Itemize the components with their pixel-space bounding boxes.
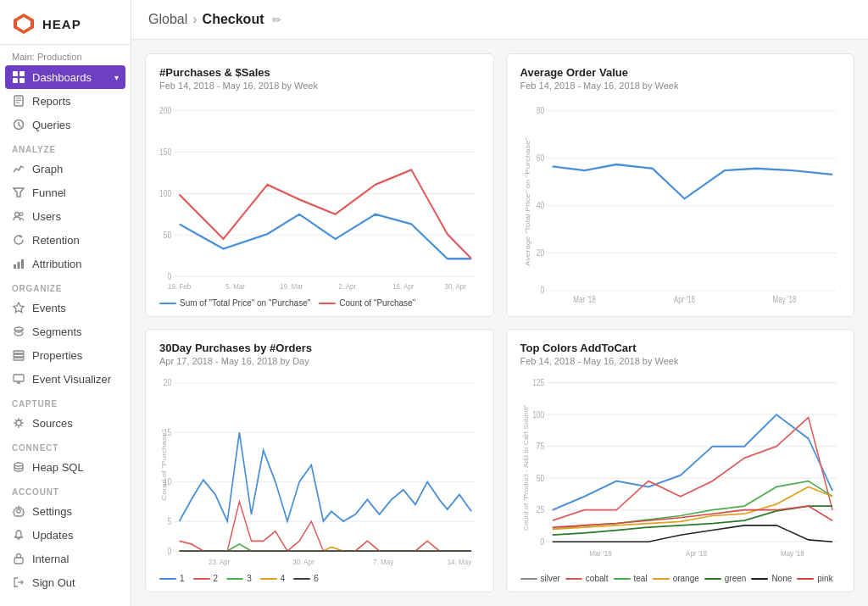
sidebar-item-settings[interactable]: Settings: [0, 499, 131, 523]
funnel-icon: [12, 186, 25, 199]
svg-text:50: 50: [536, 473, 543, 483]
sidebar-item-retention[interactable]: Retention: [0, 228, 131, 252]
sidebar-item-reports-label: Reports: [32, 95, 119, 108]
legend-2: 2: [193, 574, 219, 583]
svg-text:Count of "Purchase": Count of "Purchase": [159, 430, 167, 501]
attribution-icon: [12, 257, 25, 270]
svg-text:20: 20: [164, 378, 171, 388]
svg-line-33: [20, 425, 22, 426]
sidebar-item-funnel[interactable]: Funnel: [0, 181, 131, 204]
sidebar-item-queries[interactable]: Queries: [0, 113, 131, 136]
svg-text:30. Apr: 30. Apr: [444, 282, 465, 292]
sidebar-item-dashboards[interactable]: Dashboards ▾: [5, 65, 125, 89]
retention-icon: [12, 233, 25, 247]
svg-text:5: 5: [167, 516, 171, 526]
sidebar-item-properties[interactable]: Properties: [0, 343, 131, 367]
sidebar-item-users[interactable]: Users: [0, 204, 131, 228]
chart-top-colors-legend: silver cobalt teal orange green: [520, 574, 841, 583]
organize-section-label: Organize: [0, 275, 131, 296]
legend-3: 3: [226, 574, 252, 583]
gear-icon: [12, 504, 25, 518]
sidebar-item-eventvisualizer[interactable]: Event Visualizer: [0, 367, 131, 391]
sources-icon: [12, 416, 25, 430]
chart-avg-order-subtitle: Feb 14, 2018 - May 16, 2018 by Week: [520, 81, 841, 91]
properties-icon: [12, 348, 25, 362]
sidebar-item-updates[interactable]: Updates: [0, 523, 131, 547]
chart-top-colors-subtitle: Feb 14, 2018 - May 16, 2018 by Week: [520, 356, 841, 366]
svg-text:40: 40: [536, 200, 543, 210]
topbar: Global › Checkout ✏: [131, 0, 868, 40]
sidebar-item-internal-label: Internal: [32, 553, 119, 565]
svg-text:Mar '18: Mar '18: [589, 549, 612, 559]
segments-icon: [12, 325, 25, 338]
sidebar-item-events-label: Events: [32, 302, 119, 314]
legend-pink: pink: [797, 574, 832, 583]
sidebar-item-signout[interactable]: Sign Out: [0, 570, 131, 594]
svg-point-36: [14, 463, 23, 466]
legend-total-price: Sum of "Total Price" on "Purchase": [159, 298, 310, 308]
analyze-section-label: Analyze: [0, 136, 131, 157]
legend-silver: silver: [520, 574, 560, 583]
svg-text:50: 50: [164, 230, 171, 240]
svg-text:May '18: May '18: [772, 295, 796, 304]
svg-rect-17: [18, 262, 20, 269]
chart-30day-legend: 1 2 3 4 6: [159, 574, 480, 583]
svg-text:23. Apr: 23. Apr: [209, 558, 230, 567]
svg-text:100: 100: [159, 188, 171, 198]
sidebar-item-graph[interactable]: Graph: [0, 157, 131, 181]
breadcrumb-parent[interactable]: Global: [148, 12, 187, 27]
svg-text:Mar '18: Mar '18: [573, 295, 595, 304]
exit-icon: [12, 575, 25, 589]
sidebar-item-reports[interactable]: Reports: [0, 89, 131, 113]
svg-rect-38: [14, 558, 23, 564]
sidebar-item-sources[interactable]: Sources: [0, 411, 131, 435]
logo-area: HEAP: [0, 0, 131, 45]
charts-area: #Purchases & $Sales Feb 14, 2018 - May 1…: [131, 40, 868, 606]
legend-teal: teal: [614, 574, 648, 583]
svg-text:19. Feb: 19. Feb: [168, 282, 191, 292]
svg-rect-4: [13, 78, 18, 83]
sidebar-item-segments[interactable]: Segments: [0, 320, 131, 343]
chart-avg-order-body: Average "Total Price" on "Purchase" 80 6…: [520, 96, 841, 308]
svg-rect-22: [14, 354, 24, 357]
sidebar-item-retention-label: Retention: [32, 234, 119, 247]
svg-text:200: 200: [159, 105, 171, 115]
svg-rect-18: [21, 259, 24, 269]
sidebar-item-events[interactable]: Events: [0, 296, 131, 320]
chart-avg-order: Average Order Value Feb 14, 2018 - May 1…: [506, 53, 855, 317]
reports-icon: [12, 94, 25, 108]
legend-green: green: [704, 574, 747, 583]
svg-marker-13: [14, 188, 24, 197]
svg-line-35: [15, 425, 17, 426]
sidebar-item-sources-label: Sources: [32, 417, 119, 430]
monitor-icon: [12, 372, 25, 386]
legend-1: 1: [159, 574, 185, 583]
env-label: Main: Production: [0, 45, 131, 65]
sidebar-item-properties-label: Properties: [32, 349, 119, 362]
svg-text:Apr '18: Apr '18: [673, 295, 694, 304]
svg-text:19. Mar: 19. Mar: [280, 282, 303, 292]
svg-point-15: [19, 213, 23, 216]
account-section-label: Account: [0, 479, 131, 499]
chart-purchases-sales-subtitle: Feb 14, 2018 - May 16, 2018 by Week: [159, 81, 480, 91]
svg-rect-21: [14, 351, 24, 353]
edit-icon[interactable]: ✏: [272, 14, 281, 26]
svg-text:0: 0: [167, 546, 171, 556]
queries-icon: [12, 118, 25, 131]
svg-rect-2: [13, 71, 18, 76]
events-icon: [12, 301, 25, 314]
svg-text:100: 100: [532, 409, 544, 420]
svg-text:150: 150: [159, 147, 171, 157]
svg-line-12: [19, 125, 21, 127]
svg-text:7. May: 7. May: [373, 558, 393, 567]
breadcrumb-separator: ›: [192, 12, 197, 27]
svg-text:16. Apr: 16. Apr: [392, 282, 414, 292]
sidebar-item-attribution[interactable]: Attribution: [0, 252, 131, 275]
chart-avg-order-title: Average Order Value: [520, 66, 841, 79]
sidebar-item-internal[interactable]: Internal: [0, 547, 131, 570]
chart-purchases-sales-body: 200 150 100 50 0 19. Feb: [159, 96, 480, 293]
sidebar-item-heapsql[interactable]: Heap SQL: [0, 455, 131, 479]
sidebar-item-dashboards-label: Dashboards: [32, 71, 108, 84]
chart-purchases-sales: #Purchases & $Sales Feb 14, 2018 - May 1…: [145, 53, 494, 317]
sidebar-item-attribution-label: Attribution: [32, 258, 119, 270]
